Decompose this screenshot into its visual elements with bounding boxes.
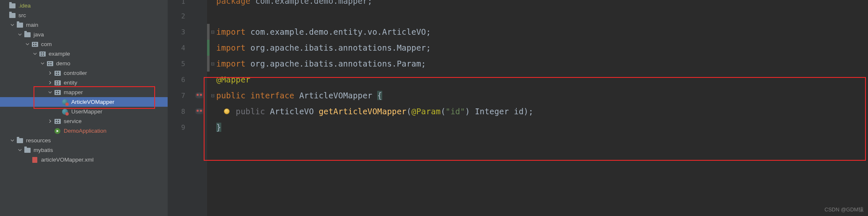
tree-item-label: mybatis <box>34 147 53 153</box>
tree-item-label: main <box>26 22 38 28</box>
code-token: } <box>216 123 221 132</box>
tree-item-entity[interactable]: entity <box>0 78 168 87</box>
tree-item-label: service <box>64 118 82 124</box>
tree-item-articlevomapper-xml[interactable]: articleVOMapper.xml <box>0 155 168 165</box>
code-line[interactable]: import org.apache.ibatis.annotations.Map… <box>215 40 868 56</box>
code-line[interactable]: package com.example.demo.mapper; <box>215 0 868 8</box>
tree-item-mapper[interactable]: mapper <box>0 87 168 97</box>
line-number: 6 <box>168 72 193 87</box>
intention-bulb-icon[interactable] <box>224 108 230 114</box>
chevron-right-icon[interactable] <box>48 71 52 75</box>
package-icon <box>46 60 54 67</box>
code-token: import <box>216 43 250 52</box>
code-token: "id" <box>446 107 465 116</box>
code-token: public <box>236 107 270 116</box>
package-icon <box>54 69 61 77</box>
folder-icon <box>16 21 23 29</box>
chevron-down-icon[interactable] <box>25 42 29 46</box>
line-number: 8 <box>168 103 193 119</box>
tree-item-label: resources <box>26 137 51 144</box>
tree-item-usermapper[interactable]: UserMapper <box>0 107 168 116</box>
tree-item-label: java <box>34 31 44 38</box>
code-token: ; <box>426 43 431 52</box>
fold-toggle[interactable]: ⊟ <box>210 24 215 40</box>
tree-item-label: demo <box>56 60 70 67</box>
chevron-down-icon[interactable] <box>18 148 22 152</box>
mapper-icon[interactable] <box>195 93 205 98</box>
code-line[interactable]: public interface ArticleVOMapper { <box>215 87 868 103</box>
code-token: package <box>216 0 255 5</box>
code-line[interactable]: @Mapper <box>215 72 868 87</box>
tree-item--idea[interactable]: .idea <box>0 1 168 10</box>
code-line[interactable]: public ArticleVO getArticleVOMapper(@Par… <box>215 103 868 119</box>
arrow-spacer <box>55 110 60 114</box>
tree-item-label: src <box>18 12 26 18</box>
tree-item-src[interactable]: src <box>0 10 168 20</box>
fold-toggle[interactable]: ⊟ <box>210 56 215 72</box>
chevron-down-icon[interactable] <box>10 23 14 27</box>
tree-item-mybatis[interactable]: mybatis <box>0 145 168 155</box>
tree-item-label: DemoApplication <box>64 128 106 134</box>
chevron-down-icon[interactable] <box>10 139 14 143</box>
tree-item-label: UserMapper <box>71 108 102 115</box>
fold-toggle <box>210 103 215 119</box>
code-token: com.example.demo.mapper <box>255 0 368 5</box>
folder-icon <box>23 31 31 39</box>
code-line[interactable]: } <box>215 119 868 135</box>
run-class-icon <box>54 127 61 135</box>
mapper-icon[interactable] <box>195 108 205 114</box>
chevron-down-icon[interactable] <box>48 90 52 95</box>
fold-toggle <box>210 8 215 24</box>
fold-gutter[interactable]: ⊟⊟⊟ <box>210 0 215 216</box>
line-number: 3 <box>168 24 193 40</box>
tree-item-example[interactable]: example <box>0 49 168 59</box>
line-number-gutter: 123456789 <box>168 0 193 216</box>
chevron-right-icon[interactable] <box>48 81 52 85</box>
tree-item-label: com <box>41 41 52 47</box>
fold-toggle <box>210 72 215 87</box>
code-line[interactable]: import com.example.demo.entity.vo.Articl… <box>215 24 868 40</box>
code-token: getArticleVOMapper <box>319 107 407 116</box>
package-icon <box>54 79 61 87</box>
tree-item-com[interactable]: com <box>0 39 168 49</box>
fold-toggle[interactable]: ⊟ <box>210 87 215 103</box>
code-token: org.apache.ibatis.annotations.Param <box>250 59 421 68</box>
line-number: 9 <box>168 119 193 135</box>
tree-item-resources[interactable]: resources <box>0 136 168 145</box>
icon-gutter <box>193 0 207 216</box>
arrow-spacer <box>3 4 7 8</box>
package-icon <box>39 50 46 58</box>
line-number: 1 <box>168 0 193 8</box>
tree-item-label: .idea <box>18 3 31 9</box>
project-tree[interactable]: .ideasrcmainjavacomexampledemocontroller… <box>0 0 168 216</box>
tree-item-service[interactable]: service <box>0 116 168 126</box>
code-token: import <box>216 27 250 36</box>
chevron-right-icon[interactable] <box>48 119 52 123</box>
package-icon <box>54 118 61 125</box>
tree-item-controller[interactable]: controller <box>0 68 168 78</box>
code-token: org.apache.ibatis.annotations.Mapper <box>250 43 426 52</box>
tree-item-demoapplication[interactable]: DemoApplication <box>0 126 168 136</box>
tree-item-articlevomapper[interactable]: ArticleVOMapper <box>0 97 168 107</box>
fold-toggle <box>210 0 215 8</box>
package-icon <box>31 41 39 48</box>
tree-item-main[interactable]: main <box>0 20 168 30</box>
tree-item-label: mapper <box>64 89 83 95</box>
arrow-spacer <box>3 13 7 18</box>
chevron-down-icon[interactable] <box>40 62 44 66</box>
tree-item-demo[interactable]: demo <box>0 59 168 68</box>
code-line[interactable] <box>215 8 868 24</box>
chevron-down-icon[interactable] <box>18 33 22 37</box>
tree-item-java[interactable]: java <box>0 30 168 39</box>
xml-file-icon <box>31 156 39 164</box>
arrow-spacer <box>48 129 52 133</box>
folder-icon <box>16 137 23 144</box>
fold-toggle <box>210 119 215 135</box>
line-number: 7 <box>168 87 193 103</box>
code-area[interactable]: package com.example.demo.mapper;import c… <box>215 0 868 216</box>
code-line[interactable]: import org.apache.ibatis.annotations.Par… <box>215 56 868 72</box>
code-token: ; <box>426 27 431 36</box>
code-editor[interactable]: 123456789 ⊟⊟⊟ package com.example.demo.m… <box>168 0 868 216</box>
tree-item-label: controller <box>64 70 87 76</box>
chevron-down-icon[interactable] <box>33 52 37 56</box>
